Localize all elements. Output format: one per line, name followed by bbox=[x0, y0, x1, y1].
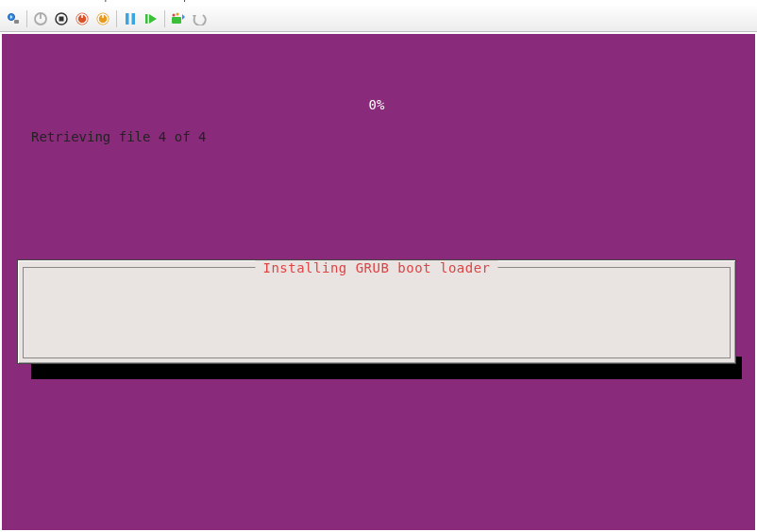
svg-rect-12 bbox=[126, 13, 129, 25]
start-icon[interactable] bbox=[142, 9, 160, 28]
dialog-border bbox=[23, 267, 731, 358]
menu-help[interactable]: Help bbox=[169, 0, 189, 2]
power-off-icon[interactable] bbox=[31, 9, 50, 28]
svg-rect-15 bbox=[172, 17, 181, 24]
svg-point-17 bbox=[177, 12, 179, 15]
progress-dialog: Installing GRUB boot loader bbox=[17, 259, 736, 364]
progress-percent: 0% bbox=[369, 97, 385, 112]
vm-display-area: Installing GRUB boot loader 0% Retrievin… bbox=[0, 32, 757, 532]
svg-rect-5 bbox=[59, 16, 64, 21]
svg-rect-13 bbox=[132, 13, 136, 25]
reset-icon[interactable] bbox=[73, 9, 92, 28]
menu-file[interactable]: File bbox=[4, 0, 19, 2]
stop-icon[interactable] bbox=[52, 9, 71, 28]
progress-bar: 0% bbox=[31, 97, 722, 112]
shutdown-icon[interactable] bbox=[93, 9, 112, 28]
menu-media[interactable]: Media bbox=[60, 0, 86, 2]
svg-rect-14 bbox=[145, 14, 148, 24]
separator bbox=[116, 10, 117, 27]
dialog-title: Installing GRUB boot loader bbox=[255, 260, 497, 275]
status-text: Retrieving file 4 of 4 bbox=[31, 129, 206, 144]
separator bbox=[26, 10, 27, 27]
revert-icon[interactable] bbox=[190, 9, 209, 28]
menu-action[interactable]: Action bbox=[26, 0, 53, 2]
separator bbox=[164, 10, 165, 27]
menu-clipboard[interactable]: Clipboard bbox=[93, 0, 134, 2]
svg-point-16 bbox=[173, 13, 176, 16]
pause-icon[interactable] bbox=[121, 9, 140, 28]
svg-rect-1 bbox=[14, 20, 19, 24]
menu-view[interactable]: View bbox=[142, 0, 162, 2]
toolbar bbox=[0, 6, 757, 32]
checkpoint-icon[interactable] bbox=[169, 9, 188, 28]
connect-icon[interactable] bbox=[4, 9, 23, 28]
